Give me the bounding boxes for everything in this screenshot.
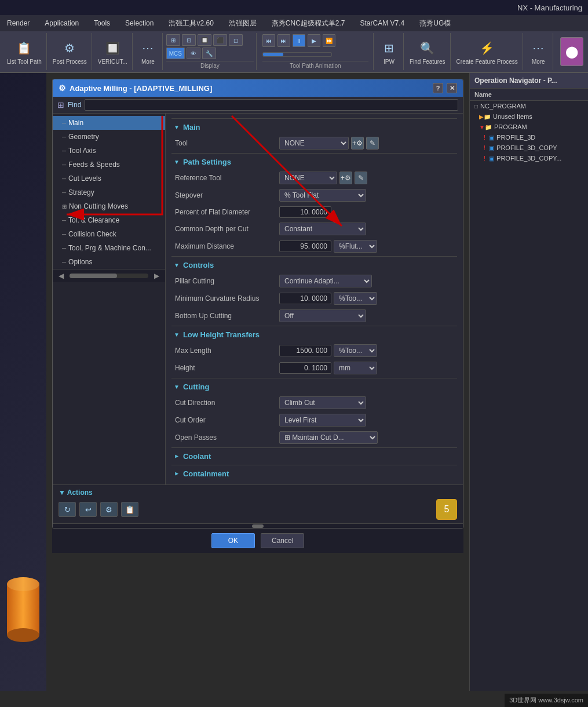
nav-scroll-left[interactable]: ◀ bbox=[55, 271, 67, 281]
max-length-unit-select[interactable]: %Too... bbox=[334, 344, 377, 357]
low-height-section-header[interactable]: ▼ Low Height Transfers bbox=[171, 327, 457, 342]
nav-collision-check[interactable]: ─ Collision Check bbox=[53, 227, 165, 241]
playback-play[interactable]: ▶ bbox=[308, 34, 320, 47]
common-depth-select[interactable]: Constant bbox=[279, 223, 366, 235]
controls-section-arrow: ▼ bbox=[174, 262, 180, 268]
display-btn-4[interactable]: ⬛ bbox=[213, 34, 227, 46]
menu-tools[interactable]: Tools bbox=[92, 18, 112, 28]
cut-direction-select[interactable]: Climb Cut bbox=[279, 396, 366, 409]
dialog-close-btn[interactable]: ✕ bbox=[447, 83, 457, 93]
menu-render[interactable]: Render bbox=[5, 18, 32, 28]
display-eye-btn[interactable]: 👁 bbox=[187, 48, 200, 59]
footer-copy-btn[interactable]: 📋 bbox=[121, 502, 138, 517]
max-distance-input[interactable] bbox=[279, 240, 331, 252]
nav-scroll-track[interactable] bbox=[70, 274, 148, 278]
nav-tol-clearance[interactable]: ─ Tol. & Clearance bbox=[53, 213, 165, 227]
playback-next[interactable]: ⏩ bbox=[323, 34, 335, 47]
stepover-select[interactable]: % Tool Flat bbox=[279, 189, 366, 202]
nav-options[interactable]: ─ Options bbox=[53, 255, 165, 269]
playback-pause[interactable]: ⏸ bbox=[293, 34, 305, 47]
tree-profile-3d-copy2[interactable]: ! ▣ PROFILE_3D_COPY... bbox=[470, 153, 588, 163]
main-section-header[interactable]: ▼ Main bbox=[171, 120, 457, 134]
toolbar-more-right[interactable]: ⋯ More bbox=[524, 33, 553, 70]
profile-3d-status-icon: ! bbox=[484, 134, 485, 141]
nav-feeds-speeds[interactable]: ─ Feeds & Speeds bbox=[53, 158, 165, 172]
tree-unused-items[interactable]: ▶📁 Unused Items bbox=[470, 111, 588, 122]
playback-skip-start[interactable]: ⏮ bbox=[262, 34, 275, 47]
toolbar-create-feature[interactable]: ⚡ Create Feature Process bbox=[452, 33, 523, 70]
ref-tool-add-btn[interactable]: +⚙ bbox=[339, 172, 352, 184]
nav-tool-prg[interactable]: ─ Tool, Prg & Machine Con... bbox=[53, 241, 165, 255]
menu-yanxiu-cnc[interactable]: 燕秀CNC超级程式单2.7 bbox=[269, 17, 348, 30]
title-bar: NX - Manufacturing bbox=[0, 0, 588, 15]
nav-strategy-prefix: ─ bbox=[62, 189, 66, 196]
max-length-input[interactable] bbox=[279, 345, 331, 356]
tree-profile-3d-copy[interactable]: ! ▣ PROFILE_3D_COPY bbox=[470, 143, 588, 153]
footer-gold-btn[interactable]: 5 bbox=[436, 499, 457, 520]
tree-program[interactable]: ▼📁 PROGRAM bbox=[470, 122, 588, 132]
ref-tool-edit-btn[interactable]: ✎ bbox=[355, 172, 367, 184]
toolbar-post-process[interactable]: ⚙ Post Process bbox=[48, 33, 92, 70]
menu-selection[interactable]: Selection bbox=[123, 18, 156, 28]
dialog-help-btn[interactable]: ? bbox=[433, 83, 443, 93]
footer-buttons: ↻ ↩ ⚙ 📋 5 bbox=[59, 499, 457, 520]
menu-haoquiang-tools[interactable]: 浩强工具v2.60 bbox=[166, 17, 216, 30]
height-input[interactable] bbox=[279, 362, 331, 374]
menu-haoquiang-layer[interactable]: 浩强图层 bbox=[227, 17, 259, 30]
cancel-button[interactable]: Cancel bbox=[261, 533, 304, 548]
toolbar-vericut[interactable]: 🔲 VERICUT... bbox=[93, 33, 133, 70]
coolant-section-header[interactable]: ▼ Coolant bbox=[171, 449, 457, 464]
toolbar-find-features[interactable]: 🔍 Find Features bbox=[405, 33, 451, 70]
nav-scroll-thumb bbox=[70, 274, 117, 278]
tool-select[interactable]: NONE bbox=[279, 137, 349, 150]
footer-settings-btn[interactable]: ⚙ bbox=[100, 502, 118, 517]
menu-starcam[interactable]: StarCAM V7.4 bbox=[358, 18, 407, 28]
tool-add-btn[interactable]: +⚙ bbox=[351, 137, 364, 150]
nav-main[interactable]: ─ Main bbox=[53, 116, 165, 130]
display-btn-5[interactable]: ◻ bbox=[229, 34, 243, 46]
search-icon: ⊞ bbox=[57, 100, 64, 110]
animation-progress-bar[interactable] bbox=[262, 52, 332, 57]
search-input[interactable] bbox=[85, 99, 458, 111]
controls-section-header[interactable]: ▼ Controls bbox=[171, 258, 457, 272]
tree-nc-program[interactable]: □ NC_PROGRAM bbox=[470, 101, 588, 111]
max-distance-unit-select[interactable]: %Flut... bbox=[334, 240, 377, 253]
toolbar-more-left[interactable]: ⋯ More bbox=[134, 33, 163, 70]
nav-geometry[interactable]: ─ Geometry bbox=[53, 130, 165, 144]
playback-prev[interactable]: ⏭ bbox=[277, 34, 290, 47]
nav-strategy[interactable]: ─ Strategy bbox=[53, 185, 165, 199]
display-mcs-btn[interactable]: MCS bbox=[166, 48, 185, 59]
path-section-header[interactable]: ▼ Path Settings bbox=[171, 155, 457, 169]
nav-scroll-right[interactable]: ▶ bbox=[151, 271, 163, 281]
adaptive-milling-dialog: ⚙ Adaptive Milling - [ADAPTIVE_MILLING] … bbox=[52, 79, 463, 529]
nav-non-cutting[interactable]: ⊞ Non Cutting Moves bbox=[53, 199, 165, 213]
display-btn-2[interactable]: ⊡ bbox=[182, 34, 196, 46]
display-btn-3[interactable]: 🔲 bbox=[198, 34, 211, 46]
ok-button[interactable]: OK bbox=[211, 533, 255, 548]
nav-cut-levels[interactable]: ─ Cut Levels bbox=[53, 172, 165, 185]
footer-regenerate-btn[interactable]: ↻ bbox=[59, 502, 76, 517]
tool-edit-btn[interactable]: ✎ bbox=[366, 137, 379, 150]
toolbar-list-tool-path[interactable]: 📋 List Tool Path bbox=[2, 33, 47, 70]
bottom-up-select[interactable]: Off bbox=[279, 309, 366, 322]
percent-flat-input[interactable] bbox=[279, 206, 331, 218]
nav-tool-axis[interactable]: ─ Tool Axis bbox=[53, 144, 165, 158]
toolbar-ipw[interactable]: ⊞ IPW bbox=[375, 33, 404, 70]
containment-section-header[interactable]: ▼ Containment bbox=[171, 467, 457, 481]
min-curvature-unit-select[interactable]: %Too... bbox=[334, 292, 377, 305]
max-length-row: Max Length %Too... bbox=[171, 342, 457, 359]
display-btn-1[interactable]: ⊞ bbox=[166, 34, 180, 46]
cutting-section-header[interactable]: ▼ Cutting bbox=[171, 380, 457, 394]
height-unit-select[interactable]: mm bbox=[334, 362, 377, 374]
display-tool-btn[interactable]: 🔧 bbox=[202, 48, 216, 59]
tree-profile-3d[interactable]: ! ▣ PROFILE_3D bbox=[470, 132, 588, 143]
pillar-cutting-select[interactable]: Continue Adapti... bbox=[279, 275, 372, 287]
menu-yanxiu-ug[interactable]: 燕秀UG模 bbox=[417, 17, 453, 30]
menu-application[interactable]: Application bbox=[42, 18, 81, 28]
cut-order-select[interactable]: Level First bbox=[279, 414, 366, 427]
footer-undo-btn[interactable]: ↩ bbox=[79, 502, 97, 517]
min-curvature-input[interactable] bbox=[279, 293, 331, 304]
open-passes-select[interactable]: ⊞ Maintain Cut D... bbox=[279, 431, 378, 444]
cutting-arrow: ▼ bbox=[174, 384, 180, 390]
ref-tool-select[interactable]: NONE bbox=[279, 172, 337, 184]
